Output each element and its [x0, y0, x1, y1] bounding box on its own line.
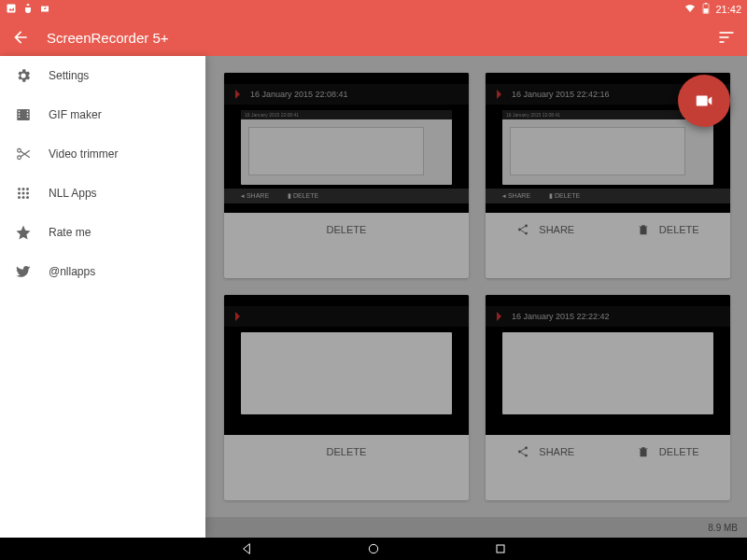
- drawer-item-label: Rate me: [49, 226, 91, 239]
- svg-rect-5: [720, 32, 734, 34]
- record-fab[interactable]: [678, 75, 730, 127]
- back-icon[interactable]: [11, 28, 30, 47]
- film-icon: [15, 106, 32, 123]
- star-icon: [15, 224, 32, 241]
- drawer-twitter[interactable]: @nllapps: [0, 252, 205, 291]
- svg-rect-0: [7, 5, 16, 13]
- svg-point-30: [22, 196, 25, 199]
- status-bar: 21:42: [0, 0, 747, 19]
- apps-icon: [15, 185, 32, 202]
- svg-rect-20: [27, 117, 29, 119]
- video-camera-icon: [694, 91, 714, 111]
- svg-point-25: [26, 188, 29, 190]
- nav-back-icon[interactable]: [239, 541, 254, 556]
- system-nav-bar: [0, 538, 747, 560]
- svg-point-27: [22, 192, 25, 195]
- svg-point-22: [18, 156, 21, 160]
- navigation-drawer: Settings GIF maker Video trimmer NLL App…: [0, 56, 205, 538]
- svg-point-26: [18, 192, 21, 195]
- nav-recent-icon[interactable]: [493, 541, 508, 556]
- battery-icon: [702, 3, 710, 16]
- bug-icon: [22, 3, 34, 16]
- svg-point-29: [18, 196, 21, 199]
- svg-rect-18: [27, 111, 29, 113]
- svg-point-23: [18, 188, 21, 190]
- nav-home-icon[interactable]: [366, 541, 381, 556]
- image-icon: [6, 3, 17, 16]
- svg-point-24: [22, 188, 25, 190]
- drawer-item-label: @nllapps: [49, 265, 95, 278]
- drawer-settings[interactable]: Settings: [0, 56, 205, 95]
- app-toolbar: ScreenRecorder 5+: [0, 19, 747, 56]
- scissors-icon: [15, 146, 32, 162]
- svg-rect-19: [27, 114, 29, 116]
- twitter-icon: [15, 263, 32, 280]
- drawer-rate-me[interactable]: Rate me: [0, 213, 205, 252]
- app-title: ScreenRecorder 5+: [47, 30, 700, 46]
- drawer-item-label: Settings: [49, 69, 89, 82]
- drawer-nll-apps[interactable]: NLL Apps: [0, 174, 205, 213]
- svg-rect-6: [720, 36, 729, 38]
- drawer-item-label: Video trimmer: [49, 147, 118, 161]
- drawer-item-label: GIF maker: [49, 108, 102, 121]
- briefcase-icon: [39, 3, 50, 16]
- settings-icon: [15, 67, 32, 84]
- wifi-icon: [684, 3, 697, 16]
- status-time: 21:42: [715, 4, 741, 15]
- content-area: 16 January 2015 22:08:41 16 January 2015…: [0, 56, 747, 538]
- svg-point-31: [26, 196, 29, 199]
- svg-rect-3: [705, 3, 707, 4]
- sort-icon[interactable]: [717, 28, 736, 47]
- svg-point-21: [18, 148, 21, 152]
- svg-rect-15: [19, 111, 21, 113]
- drawer-item-label: NLL Apps: [49, 187, 97, 200]
- svg-rect-7: [720, 41, 725, 43]
- svg-rect-16: [19, 114, 21, 116]
- svg-point-28: [26, 192, 29, 195]
- svg-rect-33: [497, 545, 504, 553]
- drawer-gif-maker[interactable]: GIF maker: [0, 95, 205, 134]
- drawer-video-trimmer[interactable]: Video trimmer: [0, 134, 205, 174]
- svg-rect-17: [19, 117, 21, 119]
- svg-point-32: [369, 544, 377, 553]
